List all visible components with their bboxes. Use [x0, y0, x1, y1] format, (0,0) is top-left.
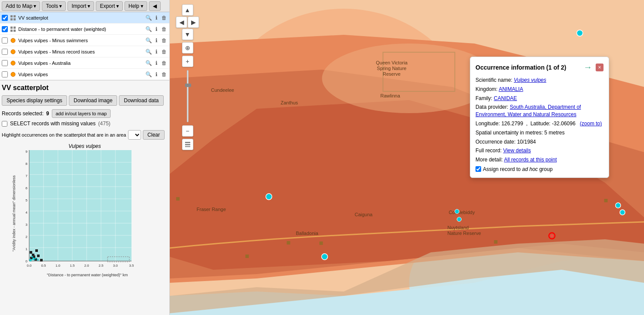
layer-info-btn[interactable]: ℹ — [153, 71, 160, 78]
export-btn[interactable]: Export ▾ — [96, 1, 123, 11]
pan-down-btn[interactable]: ▼ — [182, 29, 193, 40]
svg-rect-87 — [494, 240, 498, 244]
help-btn[interactable]: Help ▾ — [125, 1, 147, 11]
svg-point-8 — [11, 38, 15, 43]
layer-search-btn[interactable]: 🔍 — [145, 48, 152, 55]
missing-values-checkbox[interactable] — [2, 121, 7, 127]
dropdown-arrow-icon: ▾ — [141, 3, 143, 9]
svg-text:0.0: 0.0 — [27, 264, 32, 268]
reset-north-btn[interactable]: ⊕ — [182, 42, 193, 54]
download-image-btn[interactable]: Download image — [69, 95, 117, 106]
layer-delete-btn[interactable]: 🗑 — [161, 26, 168, 33]
family-link[interactable]: CANIDAE — [494, 95, 517, 101]
highlight-select[interactable] — [128, 130, 141, 140]
svg-text:3.5: 3.5 — [129, 264, 134, 268]
svg-text:1.5: 1.5 — [70, 264, 75, 268]
svg-text:Zanthus: Zanthus — [281, 100, 298, 105]
svg-rect-86 — [320, 241, 323, 245]
layer-delete-btn[interactable]: 🗑 — [161, 48, 168, 55]
svg-point-57 — [31, 256, 33, 258]
import-btn[interactable]: Import ▾ — [67, 1, 94, 11]
popup-family-row: Family: CANIDAE — [475, 95, 604, 102]
zoom-in-btn[interactable]: + — [182, 56, 193, 67]
pan-left-btn[interactable]: ◀ — [176, 17, 187, 28]
pan-right-btn[interactable]: ▶ — [188, 17, 199, 28]
layer-checkbox[interactable] — [2, 49, 8, 55]
layer-info-btn[interactable]: ℹ — [153, 14, 160, 21]
layer-item[interactable]: Vulpes vulpes 🔍 ℹ 🗑 — [0, 69, 169, 80]
layer-search-btn[interactable]: 🔍 — [145, 60, 152, 67]
chart-area: "Aridity index - annual mean" dimensionl… — [11, 150, 159, 277]
zoom-out-btn[interactable]: − — [182, 125, 193, 137]
layer-checkbox[interactable] — [2, 15, 8, 21]
svg-text:4: 4 — [25, 211, 27, 214]
assign-checkbox[interactable] — [475, 166, 481, 172]
kingdom-link[interactable]: ANIMALIA — [499, 86, 523, 92]
popup-header: Occurrence information (1 of 2) → × — [475, 62, 604, 72]
layer-control-btn[interactable] — [182, 139, 193, 150]
download-data-btn[interactable]: Download data — [119, 95, 163, 106]
records-selected: Records selected: 9 add in/out layers to… — [2, 109, 168, 118]
layer-checkbox[interactable] — [2, 71, 8, 77]
svg-rect-12 — [29, 150, 131, 261]
layer-checkbox[interactable] — [2, 37, 8, 44]
layer-search-btn[interactable]: 🔍 — [145, 26, 152, 33]
layer-search-btn[interactable]: 🔍 — [145, 37, 152, 44]
layer-delete-btn[interactable]: 🗑 — [161, 71, 168, 78]
layer-item[interactable]: Vulpes vulpes - Minus swimmers 🔍 ℹ 🗑 — [0, 35, 169, 46]
svg-point-9 — [11, 50, 15, 54]
layer-name: Vulpes vulpes - Minus record issues — [18, 49, 145, 54]
layer-search-btn[interactable]: 🔍 — [145, 14, 152, 21]
svg-text:Spring Nature: Spring Nature — [377, 66, 407, 71]
tools-btn[interactable]: Tools ▾ — [42, 1, 66, 11]
svg-rect-5 — [13, 27, 16, 29]
popup-next-arrow[interactable]: → — [583, 62, 592, 72]
layer-item[interactable]: Vulpes vulpes - Australia 🔍 ℹ 🗑 — [0, 57, 169, 69]
layer-item[interactable]: VV scatterplot 🔍 ℹ 🗑 — [0, 12, 169, 23]
svg-rect-2 — [10, 18, 13, 20]
all-records-link[interactable]: All records at this point — [504, 157, 556, 163]
svg-text:Nature Reserve: Nature Reserve — [448, 231, 481, 236]
layer-delete-btn[interactable]: 🗑 — [161, 37, 168, 44]
map-container[interactable]: Queen Victoria Spring Nature Reserve Cun… — [170, 0, 644, 315]
layer-delete-btn[interactable]: 🗑 — [161, 14, 168, 21]
layer-info-btn[interactable]: ℹ — [153, 60, 160, 67]
add-layers-btn[interactable]: add in/out layers to map — [52, 109, 111, 118]
layer-item[interactable]: Vulpes vulpes - Minus record issues 🔍 ℹ … — [0, 46, 169, 57]
svg-text:6: 6 — [25, 186, 27, 190]
pan-up-btn[interactable]: ▲ — [182, 4, 193, 16]
zoom-slider-track[interactable] — [187, 70, 189, 122]
add-to-map-btn[interactable]: Add to Map ▾ — [2, 1, 40, 11]
svg-rect-85 — [246, 255, 249, 258]
layer-info-btn[interactable]: ℹ — [153, 48, 160, 55]
svg-text:Cocklebiddy: Cocklebiddy — [449, 210, 475, 215]
svg-text:Nuytsland: Nuytsland — [448, 225, 469, 230]
layer-info-btn[interactable]: ℹ — [153, 37, 160, 44]
svg-point-56 — [32, 258, 35, 260]
collapse-panel-btn[interactable]: ◀ — [149, 1, 161, 11]
svg-rect-54 — [35, 249, 38, 252]
svg-point-96 — [616, 203, 621, 208]
popup-full-record-row: Full record: View details — [475, 147, 604, 154]
svg-text:0: 0 — [25, 259, 27, 263]
zoom-to-link[interactable]: (zoom to) — [580, 121, 602, 127]
svg-rect-6 — [10, 30, 13, 32]
svg-rect-83 — [176, 197, 180, 201]
layer-info-btn[interactable]: ℹ — [153, 26, 160, 33]
layer-checkbox[interactable] — [2, 26, 8, 32]
species-display-settings-btn[interactable]: Species display settings — [2, 95, 67, 106]
layer-name: Distance - to permanent water (weighted) — [18, 27, 145, 32]
layer-item[interactable]: Distance - to permanent water (weighted)… — [0, 23, 169, 35]
layer-delete-btn[interactable]: 🗑 — [161, 60, 168, 67]
layer-search-btn[interactable]: 🔍 — [145, 71, 152, 78]
svg-text:Rawlinna: Rawlinna — [381, 93, 401, 98]
popup-close-btn[interactable]: × — [596, 64, 604, 71]
layer-checkbox[interactable] — [2, 60, 8, 66]
clear-btn[interactable]: Clear — [143, 130, 165, 140]
scientific-name-link[interactable]: Vulpes vulpes — [514, 77, 546, 83]
popup-more-detail-row: More detail: All records at this point — [475, 156, 604, 164]
view-details-link[interactable]: View details — [503, 147, 531, 154]
dropdown-arrow-icon: ▾ — [34, 3, 36, 9]
zoom-slider-thumb[interactable] — [185, 84, 191, 87]
chart-wrapper: 0 1 2 3 4 5 6 7 8 9 0.0 0.5 1.0 — [16, 150, 159, 277]
